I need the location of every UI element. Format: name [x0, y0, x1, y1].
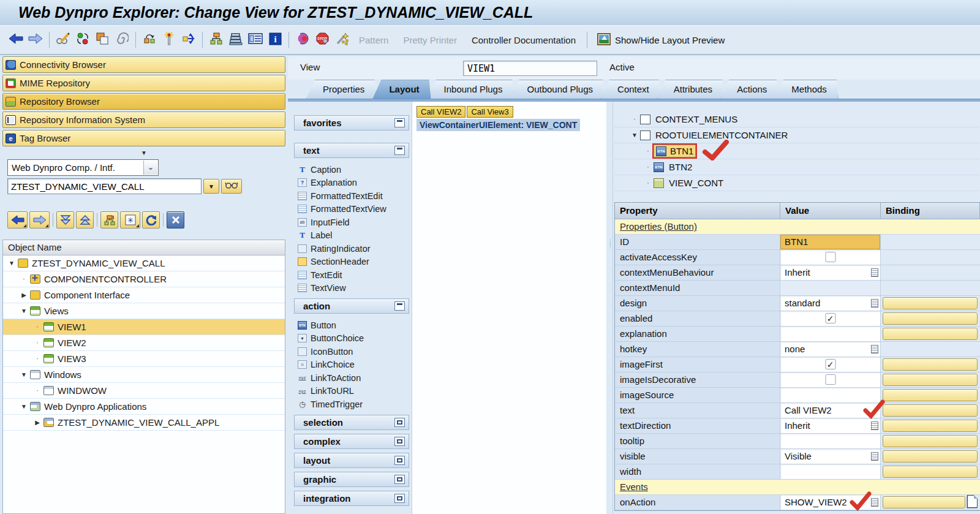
object-name-input[interactable]	[7, 178, 202, 194]
tree-item-windows[interactable]: ▼ Windows	[3, 367, 285, 383]
expander-icon[interactable]: ▼	[19, 403, 29, 410]
tree-nav-back-button[interactable]	[7, 211, 28, 229]
tree-item-view2[interactable]: · VIEW2	[3, 335, 285, 351]
palette-section-graphic[interactable]: graphic	[294, 472, 409, 487]
hierarchy-item-context-menus[interactable]: · CONTEXT_MENUS	[614, 111, 979, 127]
goto-object-button[interactable]	[140, 30, 159, 50]
dropdown-list-icon[interactable]	[871, 498, 878, 507]
refresh-tree-button[interactable]	[142, 211, 160, 229]
palette-item-sectionheader[interactable]: SectionHeader	[298, 255, 409, 269]
worklist-button[interactable]	[226, 30, 246, 50]
repository-information-system-button[interactable]: Repository Information System	[2, 111, 285, 128]
value-id[interactable]: BTN1	[780, 235, 881, 250]
binding-field[interactable]	[883, 466, 978, 478]
palette-item-formattedtextview[interactable]: FormattedTextView	[298, 203, 409, 216]
value-hotkey[interactable]: none	[780, 342, 881, 357]
dropdown-list-icon[interactable]	[871, 345, 878, 353]
value-design[interactable]: standard	[780, 296, 881, 311]
canvas-splitter-handle[interactable]: ⋮⋮⋮	[608, 240, 612, 248]
binding-field[interactable]	[883, 450, 978, 463]
palette-item-timedtrigger[interactable]: TimedTrigger	[298, 398, 409, 411]
copy-button[interactable]	[92, 30, 112, 50]
test-button[interactable]	[159, 30, 179, 50]
value-tooltip[interactable]	[780, 434, 881, 449]
palette-item-linktoaction[interactable]: LinkToAction	[298, 371, 409, 385]
binding-field[interactable]	[883, 389, 978, 401]
dropdown-list-icon[interactable]	[871, 268, 878, 277]
value-contextmenuid[interactable]	[780, 281, 881, 296]
collapse-section-button[interactable]	[394, 146, 405, 155]
tab-actions[interactable]: Actions	[720, 80, 778, 99]
dropdown-list-icon[interactable]	[871, 452, 878, 461]
expander-icon[interactable]: ▼	[629, 132, 640, 138]
detail-view-button[interactable]	[246, 30, 265, 50]
tab-layout[interactable]: Layout	[372, 80, 431, 99]
expand-all-button[interactable]	[56, 211, 74, 229]
forward-button[interactable]	[26, 30, 45, 50]
tag-browser-button[interactable]: e Tag Browser	[2, 130, 285, 146]
binding-field[interactable]	[883, 404, 978, 417]
palette-item-inputfield[interactable]: InputField	[298, 216, 409, 229]
expand-section-button[interactable]	[394, 494, 405, 503]
palette-section-complex[interactable]: complex	[294, 434, 409, 449]
tree-nav-forward-button[interactable]	[29, 211, 50, 229]
collapse-section-button[interactable]	[394, 118, 405, 127]
palette-item-linktourl[interactable]: LinkToURL	[298, 385, 409, 398]
tab-inbound-plugs[interactable]: Inbound Plugs	[428, 80, 514, 99]
binding-field[interactable]	[883, 435, 978, 447]
display-change-button[interactable]	[53, 30, 73, 50]
expander-icon[interactable]: ▼	[19, 308, 29, 314]
value-visible[interactable]: Visible	[780, 449, 881, 464]
value-width[interactable]	[780, 464, 881, 480]
hierarchy-item-rootuielementcontainer[interactable]: ▼ ROOTUIELEMENTCONTAINER	[614, 127, 979, 143]
runtime-analysis-button[interactable]	[293, 30, 312, 50]
value-contextmenubehaviour[interactable]: Inherit	[780, 265, 881, 281]
checkbox[interactable]	[825, 252, 835, 262]
controller-documentation-button[interactable]: Controller Documentation	[464, 35, 583, 45]
tree-item-view1[interactable]: · VIEW1	[3, 319, 285, 335]
expander-icon[interactable]: ▼	[7, 260, 17, 266]
tree-item-web-dynpro-applications[interactable]: ▼ Web Dynpro Applications	[3, 399, 285, 415]
preview-call-view3-button[interactable]: Call View3	[467, 106, 513, 118]
pretty-printer-button[interactable]: Pretty Printer	[396, 35, 464, 45]
checkbox[interactable]: ✓	[825, 359, 835, 369]
create-action-icon[interactable]	[967, 495, 978, 508]
palette-item-label[interactable]: Label	[298, 229, 409, 243]
preview-call-view2-button[interactable]: Call VIEW2	[417, 106, 466, 118]
palette-section-integration[interactable]: integration	[294, 491, 409, 506]
tree-item-ztest-dynamic-view-call[interactable]: ▼ ZTEST_DYNAMIC_VIEW_CALL	[3, 255, 285, 271]
collapse-section-button[interactable]	[394, 301, 405, 311]
expand-section-button[interactable]	[394, 475, 405, 484]
tree-item-windwow[interactable]: · WINDWOW	[3, 383, 285, 399]
expander-icon[interactable]: ▼	[19, 371, 29, 378]
palette-item-caption[interactable]: Caption	[298, 163, 409, 176]
palette-item-formattedtextedit[interactable]: FormattedTextEdit	[298, 189, 409, 203]
tab-methods[interactable]: Methods	[775, 80, 839, 99]
properties-button-link[interactable]: Properties (Button)	[620, 221, 697, 232]
stop-transaction-button[interactable]: STOP	[312, 30, 332, 50]
info-button[interactable]: i	[265, 30, 285, 50]
value-onaction[interactable]: SHOW_VIEW2	[780, 495, 881, 510]
object-category-select[interactable]: Web Dynpro Comp. / Intf. ⌄	[7, 159, 159, 176]
dropdown-list-icon[interactable]	[871, 421, 878, 430]
object-list-button[interactable]	[100, 211, 118, 229]
filter-button[interactable]: ✳	[120, 211, 140, 229]
expander-icon[interactable]: ▶	[32, 419, 42, 426]
display-object-button[interactable]	[221, 179, 242, 194]
hierarchy-item-view-cont[interactable]: · VIEW_CONT	[614, 175, 979, 191]
binding-field[interactable]	[883, 358, 978, 371]
tree-item-views[interactable]: ▼ Views	[3, 303, 285, 319]
show-hide-layout-preview-button[interactable]: Show/Hide Layout Preview	[591, 33, 731, 47]
navigation-button[interactable]	[179, 30, 198, 50]
checkbox[interactable]: ✓	[825, 313, 835, 323]
palette-section-favorites[interactable]: favorites	[294, 115, 409, 130]
expand-section-button[interactable]	[394, 437, 405, 446]
checkbox[interactable]	[825, 374, 835, 385]
palette-section-layout[interactable]: layout	[294, 453, 409, 468]
mime-repository-button[interactable]: MIME Repository	[2, 75, 285, 91]
hierarchy-item-btn1[interactable]: · BTN1	[614, 143, 979, 159]
palette-item-iconbutton[interactable]: IconButton	[298, 345, 409, 358]
where-used-button[interactable]	[112, 30, 132, 50]
palette-item-explanation[interactable]: Explanation	[298, 176, 409, 190]
close-tree-button[interactable]	[167, 211, 184, 229]
